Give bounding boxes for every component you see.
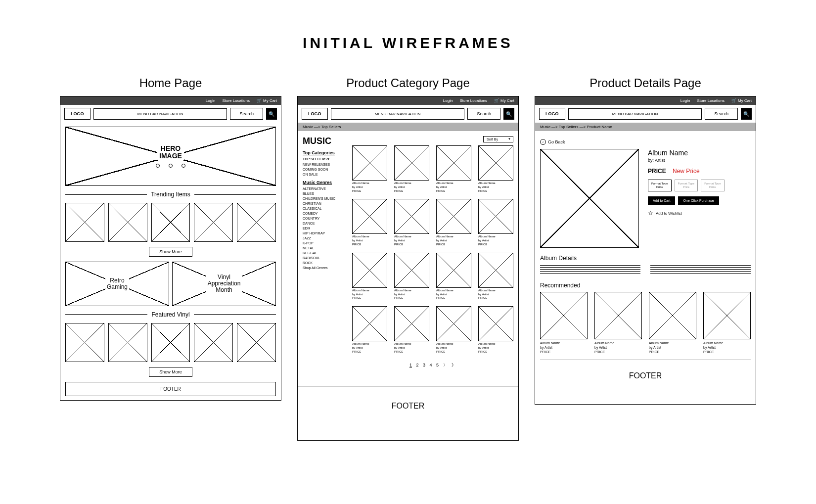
sidebar-item-coming-soon[interactable]: COMING SOON (303, 168, 347, 171)
format-option[interactable]: Format TypePrice (675, 180, 698, 191)
trending-item[interactable] (108, 203, 147, 242)
cart-icon: 🛒 (494, 98, 499, 103)
sidebar-genre-item[interactable]: CLASSICAL (303, 207, 347, 210)
featured-item[interactable] (65, 323, 104, 362)
product-card[interactable]: Album Nameby ArtistPRICE (394, 145, 429, 193)
login-link[interactable]: Login (443, 98, 453, 103)
locations-link[interactable]: Store Locations (459, 98, 487, 103)
cart-link[interactable]: 🛒My Cart (731, 98, 752, 103)
format-option[interactable]: Format TypePrice (701, 180, 725, 191)
sidebar-genre-item[interactable]: R&B/SOUL (303, 256, 347, 260)
recommended-card[interactable]: Album Nameby ArtistPRICE (540, 292, 588, 354)
logo[interactable]: LOGO (64, 108, 91, 120)
show-more-button[interactable]: Show More (149, 247, 192, 257)
menu-bar[interactable]: MENU BAR NAVIGATION (331, 108, 465, 120)
sidebar-genre-item[interactable]: K-POP (303, 241, 347, 245)
add-to-cart-button[interactable]: Add to Cart (648, 196, 675, 205)
page-4[interactable]: 4 (430, 363, 432, 367)
featured-item[interactable] (194, 323, 233, 362)
nav-row: LOGO MENU BAR NAVIGATION Search 🔍 (535, 105, 756, 123)
sidebar-genre-item[interactable]: ROCK (303, 261, 347, 265)
sidebar-genre-item[interactable]: METAL (303, 246, 347, 250)
recommended-card[interactable]: Album Nameby ArtistPRICE (649, 292, 696, 354)
trending-item[interactable] (237, 203, 276, 242)
sidebar-item-new-releases[interactable]: NEW RELEASES (303, 163, 347, 166)
sidebar-genre-item[interactable]: REGGAE (303, 251, 347, 255)
search-button[interactable]: 🔍 (266, 108, 277, 120)
sidebar-genre-item[interactable]: CHRISTIAN (303, 202, 347, 205)
product-card[interactable]: Album Nameby ArtistPRICE (478, 253, 513, 300)
format-option[interactable]: Format TypePrice (648, 180, 672, 191)
featured-item[interactable] (237, 323, 276, 362)
sidebar-genre-item[interactable]: CHILDREN'S MUSIC (303, 197, 347, 200)
sidebar-genre-item[interactable]: BLUES (303, 192, 347, 195)
sidebar-item-on-sale[interactable]: ON SALE (303, 173, 347, 176)
featured-row (65, 323, 276, 362)
page-last[interactable]: 》 (452, 363, 456, 367)
product-thumb (703, 292, 751, 339)
trending-item[interactable] (65, 203, 104, 242)
menu-bar[interactable]: MENU BAR NAVIGATION (568, 108, 702, 120)
product-card[interactable]: Album Nameby ArtistPRICE (352, 145, 387, 193)
locations-link[interactable]: Store Locations (697, 98, 725, 103)
sidebar-genre-item[interactable]: COMEDY (303, 212, 347, 215)
one-click-button[interactable]: One-Click Purchase (678, 196, 719, 205)
search-input[interactable]: Search (467, 108, 500, 120)
go-back-link[interactable]: ‹ Go Back (540, 139, 751, 145)
breadcrumb[interactable]: Music —> Top Sellers —> Product Name (535, 123, 756, 131)
sidebar-genre-item[interactable]: HIP HOP/RAP (303, 231, 347, 235)
menu-bar[interactable]: MENU BAR NAVIGATION (93, 108, 227, 120)
search-button[interactable]: 🔍 (741, 108, 752, 120)
locations-link[interactable]: Store Locations (222, 98, 250, 103)
product-card[interactable]: Album Nameby ArtistPRICE (478, 199, 513, 246)
search-button[interactable]: 🔍 (503, 108, 514, 120)
sidebar-item-top-sellers[interactable]: TOP SELLERS ▾ (303, 157, 347, 161)
page-next[interactable]: 〉 (443, 363, 448, 367)
recommended-card[interactable]: Album Nameby ArtistPRICE (703, 292, 751, 354)
search-input[interactable]: Search (705, 108, 738, 120)
product-card[interactable]: Album Nameby ArtistPRICE (394, 253, 429, 300)
product-card[interactable]: Album Nameby ArtistPRICE (436, 306, 471, 354)
trending-item[interactable] (151, 203, 190, 242)
featured-item[interactable] (108, 323, 147, 362)
product-card[interactable]: Album Nameby ArtistPRICE (352, 306, 387, 354)
logo[interactable]: LOGO (302, 108, 328, 120)
product-card[interactable]: Album Nameby ArtistPRICE (478, 145, 513, 193)
product-card[interactable]: Album Nameby ArtistPRICE (478, 306, 513, 354)
category-heading: Product Category Page (297, 76, 519, 90)
sidebar-genre-item[interactable]: Shop All Genres (303, 266, 347, 270)
search-icon: 🔍 (506, 111, 512, 117)
page-3[interactable]: 3 (423, 363, 425, 367)
product-card[interactable]: Album Nameby ArtistPRICE (394, 199, 429, 246)
carousel-dots[interactable] (156, 164, 185, 168)
page-2[interactable]: 2 (416, 363, 418, 367)
cart-link[interactable]: 🛒My Cart (257, 98, 277, 103)
product-card[interactable]: Album Nameby ArtistPRICE (436, 199, 471, 246)
page-5[interactable]: 5 (436, 363, 439, 367)
breadcrumb[interactable]: Music —> Top Sellers (298, 123, 518, 131)
sidebar-genre-item[interactable]: ALTERNATIVE (303, 187, 347, 190)
recommended-card[interactable]: Album Nameby ArtistPRICE (594, 292, 642, 354)
search-input[interactable]: Search (230, 108, 263, 120)
trending-item[interactable] (194, 203, 233, 242)
product-card[interactable]: Album Nameby ArtistPRICE (436, 145, 471, 193)
product-card[interactable]: Album Nameby ArtistPRICE (352, 199, 387, 246)
sidebar-genre-item[interactable]: COUNTRY (303, 217, 347, 220)
sidebar-genre-item[interactable]: JAZZ (303, 236, 347, 240)
product-card[interactable]: Album Nameby ArtistPRICE (352, 253, 387, 300)
sidebar-genre-item[interactable]: DANCE (303, 222, 347, 225)
cart-link[interactable]: 🛒My Cart (494, 98, 514, 103)
vinyl-month-promo[interactable]: VinylAppreciationMonth (172, 262, 276, 306)
login-link[interactable]: Login (680, 98, 690, 103)
page-1[interactable]: 1 (409, 363, 412, 367)
add-wishlist-link[interactable]: ☆ Add to Wishlist (648, 210, 751, 217)
login-link[interactable]: Login (206, 98, 216, 103)
featured-item[interactable] (151, 323, 190, 362)
logo[interactable]: LOGO (539, 108, 565, 120)
sort-select[interactable]: Sort By (483, 136, 513, 142)
retro-gaming-promo[interactable]: RetroGaming (65, 262, 169, 306)
product-card[interactable]: Album Nameby ArtistPRICE (436, 253, 471, 300)
show-more-button[interactable]: Show More (149, 367, 192, 377)
product-card[interactable]: Album Nameby ArtistPRICE (394, 306, 429, 354)
sidebar-genre-item[interactable]: EDM (303, 227, 347, 230)
